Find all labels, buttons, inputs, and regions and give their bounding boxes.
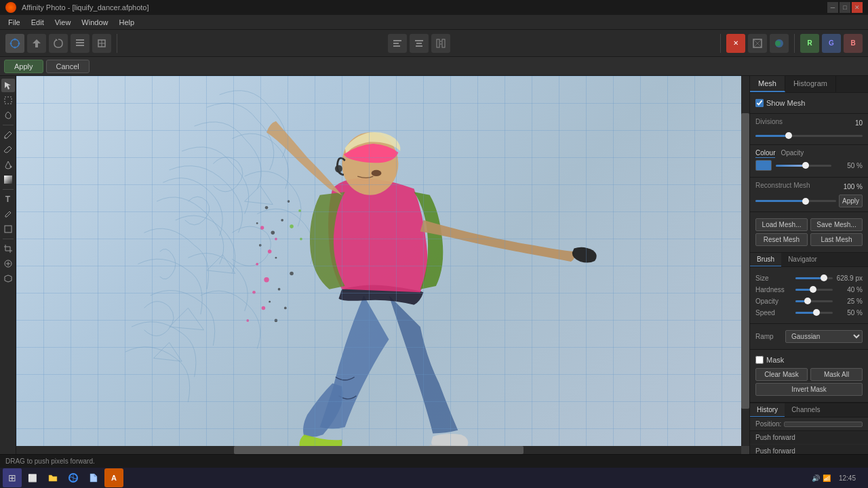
- svg-line-27: [9, 211, 11, 213]
- taskbar-file-explorer[interactable]: [43, 468, 62, 487]
- minimize-button[interactable]: ─: [827, 2, 838, 13]
- svg-rect-17: [437, 39, 439, 47]
- tool-text[interactable]: T: [1, 192, 15, 206]
- history-item-2[interactable]: Push forward: [750, 445, 868, 454]
- taskbar-task-view[interactable]: ⬜: [23, 468, 42, 487]
- title-bar-text: Affinity Photo - [liquify_dancer.afphoto…: [22, 3, 149, 12]
- tool-gradient[interactable]: [1, 173, 15, 186]
- mesh-buttons-section: Load Mesh... Save Mesh... Reset Mesh Las…: [750, 212, 868, 253]
- menu-edit[interactable]: Edit: [26, 17, 50, 28]
- tool-pointer[interactable]: [1, 79, 15, 92]
- colour-row: 50 %: [755, 160, 863, 171]
- title-bar: Affinity Photo - [liquify_dancer.afphoto…: [0, 0, 868, 15]
- opacity-slider[interactable]: [795, 296, 833, 306]
- reset-mesh-button[interactable]: Reset Mesh: [755, 233, 808, 246]
- channel-r-btn[interactable]: R: [800, 34, 819, 53]
- menu-file[interactable]: File: [3, 17, 26, 28]
- colour-swatch[interactable]: [755, 160, 772, 171]
- maximize-button[interactable]: □: [840, 2, 850, 13]
- cancel-button[interactable]: Cancel: [46, 60, 90, 73]
- tool-lasso[interactable]: [1, 108, 15, 122]
- show-mesh-checkbox[interactable]: [755, 99, 764, 107]
- size-slider[interactable]: [795, 273, 833, 283]
- horizontal-scrollbar[interactable]: [16, 446, 741, 454]
- menu-view[interactable]: View: [50, 17, 77, 28]
- tool-shape[interactable]: [1, 222, 15, 236]
- apply-button[interactable]: Apply: [4, 60, 43, 73]
- colour-tab[interactable]: Colour: [755, 149, 775, 158]
- tab-mesh[interactable]: Mesh: [750, 76, 785, 92]
- alpha-view-btn[interactable]: [748, 34, 767, 53]
- channel-g-btn[interactable]: G: [822, 34, 841, 53]
- taskbar-affinity-app[interactable]: A: [104, 468, 123, 487]
- position-slider[interactable]: [784, 422, 863, 427]
- taskbar-browser[interactable]: [64, 468, 83, 487]
- mask-checkbox[interactable]: [755, 356, 764, 364]
- close-button[interactable]: ✕: [852, 2, 863, 13]
- tool-fill[interactable]: [1, 158, 15, 171]
- taskbar-documents[interactable]: [84, 468, 103, 487]
- speed-slider[interactable]: [795, 308, 833, 317]
- colour-slider[interactable]: [776, 161, 831, 170]
- toolbar-push-icon[interactable]: [27, 34, 46, 53]
- size-row: Size 628.9 px: [755, 273, 863, 283]
- channel-b-btn[interactable]: B: [844, 34, 863, 53]
- taskbar-network-icon[interactable]: 📶: [823, 474, 831, 482]
- color-view-btn[interactable]: [770, 34, 789, 53]
- taskbar-start-button[interactable]: ⊞: [3, 468, 22, 487]
- svg-rect-12: [393, 43, 399, 44]
- reconstruct-slider[interactable]: [755, 197, 836, 206]
- canvas-area[interactable]: [16, 76, 749, 454]
- tool-heal[interactable]: [1, 257, 15, 270]
- tab-histogram[interactable]: Histogram: [785, 76, 836, 92]
- vertical-scrollbar[interactable]: [741, 76, 749, 446]
- vertical-scrollbar-thumb[interactable]: [741, 113, 749, 409]
- toolbar-freeze-icon[interactable]: [92, 34, 111, 53]
- toolbar-mesh-warp-icon[interactable]: [5, 34, 24, 53]
- tab-channels[interactable]: Channels: [785, 403, 827, 417]
- tool-transform[interactable]: [1, 272, 15, 285]
- tool-paint[interactable]: [1, 128, 15, 142]
- clear-mask-button[interactable]: Clear Mask: [755, 368, 808, 381]
- svg-rect-26: [4, 176, 12, 184]
- svg-point-53: [264, 277, 269, 282]
- tool-erase[interactable]: [1, 143, 15, 157]
- history-item-1[interactable]: Push forward: [750, 431, 868, 445]
- save-mesh-button[interactable]: Save Mesh...: [810, 218, 863, 231]
- mesh-histogram-tabs: Mesh Histogram: [750, 76, 868, 93]
- main-layout: T: [0, 76, 868, 454]
- svg-point-0: [11, 39, 19, 47]
- last-mesh-button[interactable]: Last Mesh: [810, 233, 863, 246]
- svg-point-57: [275, 238, 277, 241]
- opacity-label: Opacity: [755, 298, 793, 305]
- load-mesh-button[interactable]: Load Mesh...: [755, 218, 808, 231]
- svg-rect-6: [76, 45, 84, 46]
- reconstruct-apply-button[interactable]: Apply: [839, 195, 863, 207]
- show-mesh-row: Show Mesh: [755, 97, 863, 109]
- tab-brush[interactable]: Brush: [750, 253, 781, 266]
- tab-history[interactable]: History: [750, 403, 785, 417]
- toolbar-align-left-icon[interactable]: [388, 34, 407, 53]
- invert-mask-button[interactable]: Invert Mask: [755, 383, 863, 396]
- tool-crop[interactable]: [1, 242, 15, 256]
- svg-rect-15: [416, 43, 422, 44]
- svg-point-61: [300, 238, 302, 241]
- ramp-select[interactable]: Gaussian Linear Constant: [785, 330, 863, 343]
- tab-navigator[interactable]: Navigator: [781, 253, 824, 266]
- menu-window[interactable]: Window: [76, 17, 113, 28]
- taskbar-volume-icon[interactable]: 🔊: [812, 474, 820, 482]
- tool-pen[interactable]: [1, 207, 15, 221]
- toolbar-reconstruct-icon[interactable]: [71, 34, 90, 53]
- menu-help[interactable]: Help: [113, 17, 140, 28]
- canvas-container[interactable]: [16, 76, 741, 446]
- tool-marquee[interactable]: [1, 94, 15, 107]
- toolbar-align-center-icon[interactable]: [410, 34, 429, 53]
- toolbar-twirl-icon[interactable]: [49, 34, 68, 53]
- horizontal-scrollbar-thumb[interactable]: [234, 446, 524, 454]
- mask-view-btn[interactable]: ✕: [726, 34, 745, 53]
- hardness-slider[interactable]: [795, 285, 833, 294]
- opacity-tab[interactable]: Opacity: [781, 149, 804, 158]
- divisions-slider[interactable]: [755, 131, 863, 140]
- mask-all-button[interactable]: Mask All: [810, 368, 863, 381]
- toolbar-distribute-icon[interactable]: [431, 34, 450, 53]
